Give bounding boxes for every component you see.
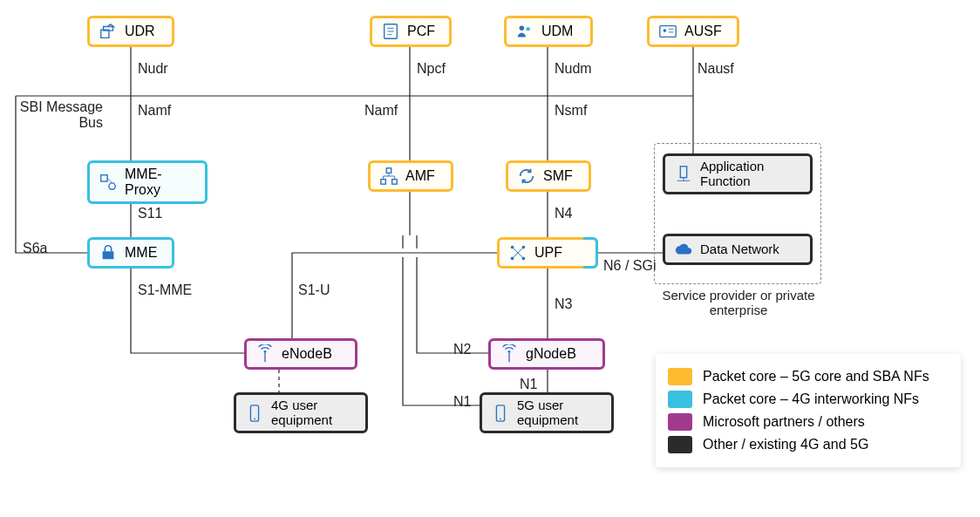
legend-item: Packet core – 5G core and SBA NFs [668, 368, 949, 385]
node-label: UDM [541, 24, 573, 39]
svg-point-27 [109, 183, 115, 189]
svg-point-45 [500, 418, 501, 419]
node-data-network: Data Network [663, 234, 813, 265]
architecture-diagram: { "nodes": { "udr": {"label":"UDR"}, "pc… [0, 0, 980, 517]
node-ausf: AUSF [647, 16, 739, 47]
node-udr: UDR [87, 16, 174, 47]
node-mme: MME [87, 237, 174, 269]
edge-n4: N4 [555, 206, 572, 221]
svg-rect-26 [101, 175, 107, 181]
svg-point-40 [264, 350, 267, 353]
phone-icon [245, 404, 264, 423]
edge-s1u: S1-U [298, 282, 330, 298]
node-gnodeb: gNodeB [488, 338, 605, 370]
node-label: 5G user equipment [517, 398, 602, 427]
edge-nudr: Nudr [138, 61, 168, 77]
sync-icon [517, 167, 536, 186]
edge-s6a: S6a [23, 241, 47, 256]
svg-point-21 [526, 27, 530, 31]
server-icon [674, 165, 693, 184]
lock-icon [99, 243, 118, 262]
svg-rect-32 [392, 180, 398, 185]
swatch-icon [668, 436, 692, 453]
edge-s11: S11 [138, 206, 162, 221]
policy-icon [381, 22, 400, 41]
edge-namf1: Namf [138, 103, 171, 119]
node-amf: AMF [368, 160, 453, 192]
antenna-icon [255, 344, 275, 364]
svg-point-23 [664, 29, 667, 32]
node-label: MME-Proxy [125, 167, 196, 198]
edge-n1b: N1 [453, 394, 471, 410]
proxy-icon [99, 173, 118, 192]
edge-n1: N1 [520, 377, 537, 392]
legend-item: Other / existing 4G and 5G [668, 436, 949, 453]
users-icon [515, 22, 534, 41]
swatch-icon [668, 413, 692, 431]
svg-rect-29 [103, 251, 114, 259]
edge-sbi: SBI Message Bus [16, 99, 103, 132]
node-app-function: Application Function [663, 153, 813, 194]
svg-point-41 [508, 350, 511, 353]
edge-n6: N6 / SGi [603, 258, 656, 274]
node-5g-ue: 5G user equipment [480, 392, 614, 433]
database-icon [99, 22, 118, 41]
node-upf: UPF [497, 237, 598, 269]
node-label: PCF [407, 24, 435, 39]
node-label: eNodeB [282, 346, 332, 362]
edge-nudm: Nudm [555, 61, 592, 77]
svg-rect-31 [381, 180, 386, 185]
edge-n3: N3 [555, 296, 572, 312]
node-mme-proxy: MME-Proxy [87, 160, 208, 204]
edge-s1mme: S1-MME [138, 282, 192, 298]
svg-rect-37 [680, 166, 686, 177]
swatch-icon [668, 368, 692, 385]
node-enodeb: eNodeB [244, 338, 357, 370]
legend-text: Other / existing 4G and 5G [703, 437, 868, 452]
swatch-icon [668, 391, 692, 408]
edge-namf2: Namf [364, 103, 398, 119]
legend-text: Microsoft partners / others [703, 414, 865, 430]
edge-npcf: Npcf [417, 61, 446, 77]
node-label: AMF [405, 168, 435, 184]
node-label: Application Function [700, 160, 801, 188]
id-card-icon [658, 22, 677, 41]
node-label: UPF [534, 245, 562, 261]
svg-line-28 [107, 178, 112, 183]
legend-item: Packet core – 4G interworking NFs [668, 391, 949, 408]
phone-icon [491, 404, 510, 423]
legend-text: Packet core – 4G interworking NFs [703, 391, 919, 407]
node-label: UDR [125, 24, 155, 39]
svg-point-20 [520, 26, 525, 31]
edge-nsmf: Nsmf [555, 103, 587, 119]
edge-n2: N2 [453, 342, 471, 357]
legend: Packet core – 5G core and SBA NFs Packet… [656, 354, 961, 467]
node-label: Data Network [700, 242, 779, 257]
node-pcf: PCF [370, 16, 452, 47]
node-4g-ue: 4G user equipment [234, 392, 368, 433]
antenna-icon [500, 344, 519, 364]
node-label: SMF [543, 168, 573, 184]
hierarchy-icon [379, 167, 398, 186]
svg-point-43 [254, 418, 255, 419]
node-label: MME [125, 245, 157, 261]
legend-text: Packet core – 5G core and SBA NFs [703, 369, 929, 384]
enterprise-caption: Service provider or private enterprise [656, 288, 821, 317]
svg-rect-30 [386, 168, 391, 173]
svg-rect-22 [660, 26, 676, 37]
node-label: 4G user equipment [271, 398, 357, 427]
route-icon [508, 243, 527, 262]
node-label: AUSF [684, 24, 722, 39]
legend-item: Microsoft partners / others [668, 413, 949, 431]
node-smf: SMF [506, 160, 591, 192]
node-udm: UDM [504, 16, 593, 47]
edge-nausf: Nausf [698, 61, 734, 77]
cloud-icon [674, 240, 693, 259]
node-label: gNodeB [526, 346, 576, 362]
